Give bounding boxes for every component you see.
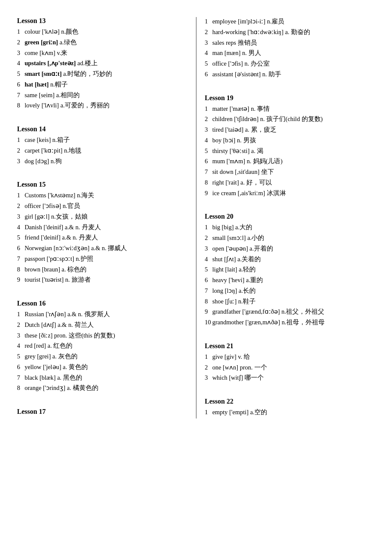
vocab-word: orange xyxy=(25,384,41,391)
vocab-word: colour xyxy=(25,28,40,35)
vocab-word: passport xyxy=(25,255,45,262)
vocab-word: carpet xyxy=(25,147,40,154)
vocab-word: shut xyxy=(212,256,222,263)
vocab-num: 4 xyxy=(17,223,23,232)
vocab-item: 8 shoe [ʃuː] n.鞋子 xyxy=(205,297,375,306)
vocab-phonetic: ['kɑːpit] xyxy=(41,147,63,154)
vocab-num: 2 xyxy=(17,146,23,156)
vocab-phonetic: [griːn] xyxy=(41,39,58,46)
vocab-word: matter xyxy=(212,105,228,112)
vocab-phonetic: [keis] xyxy=(37,136,51,143)
vocab-phonetic: ['deinif] xyxy=(41,234,61,241)
vocab-num: 6 xyxy=(17,80,23,89)
vocab-meaning: v.来 xyxy=(57,49,67,56)
vocab-word: Dutch xyxy=(25,321,40,328)
vocab-word: hat xyxy=(25,81,33,88)
vocab-meaning: n.帽子 xyxy=(50,81,68,88)
vocab-word: grey xyxy=(25,353,36,360)
right-column: 1 employee [im'plɔi-iː] n.雇员2 hard-worki… xyxy=(196,17,380,418)
vocab-item: 2 one [wʌn] pron. 一个 xyxy=(205,363,375,372)
vocab-meaning: n.雇员 xyxy=(267,18,285,25)
vocab-item: 6 yellow ['jeləu] a. 黄色的 xyxy=(17,363,187,372)
vocab-meaning: a.关着的 xyxy=(237,256,261,263)
vocab-word: dog xyxy=(25,158,34,164)
vocab-word: Norwegian xyxy=(25,245,52,251)
vocab-word: hard-working xyxy=(212,29,246,35)
vocab-item: 7 long [lɔŋ] a.长的 xyxy=(205,286,375,296)
vocab-phonetic: [ə'sistənt] xyxy=(235,71,261,78)
vocab-item: 7 same [seim] a.相同的 xyxy=(17,91,187,100)
vocab-meaning: a. 好，可以 xyxy=(240,179,272,186)
vocab-phonetic: ['ɔfis] xyxy=(228,60,243,67)
vocab-word: same xyxy=(25,92,37,98)
vocab-item: 3 sales reps 推销员 xyxy=(205,38,375,48)
vocab-num: 4 xyxy=(17,341,23,351)
vocab-meaning: a. 灰色的 xyxy=(52,353,78,360)
vocab-meaning: n. 事情 xyxy=(251,105,270,112)
vocab-word: grandfather xyxy=(212,308,241,315)
vocab-item: 3 come [kʌm] v.来 xyxy=(17,49,187,58)
vocab-word: black xyxy=(25,374,38,381)
vocab-num: 2 xyxy=(205,234,211,243)
vocab-num: 7 xyxy=(17,254,23,264)
vocab-meaning: n.护照 xyxy=(76,255,93,262)
vocab-word: tired xyxy=(212,126,224,133)
vocab-num: 3 xyxy=(205,38,211,48)
vocab-word: shoe xyxy=(212,298,224,305)
vocab-phonetic: ['græn,mʌðə] xyxy=(245,319,280,326)
vocab-item: 8 lovely ['lʌvli] a.可爱的，秀丽的 xyxy=(17,101,187,110)
vocab-num: 3 xyxy=(205,244,211,254)
vocab-num: 7 xyxy=(205,286,211,296)
vocab-num: 6 xyxy=(205,157,211,166)
vocab-num: 5 xyxy=(17,69,23,79)
vocab-num: 1 xyxy=(17,136,23,145)
vocab-num: 1 xyxy=(205,408,211,417)
vocab-meaning: a.& n. 俄罗斯人 xyxy=(67,311,110,317)
vocab-item: 6 assistant [ə'sistənt] n. 助手 xyxy=(205,70,375,79)
vocab-num: 6 xyxy=(17,244,23,253)
vocab-word: open xyxy=(212,245,224,252)
vocab-phonetic: ['mʌm] xyxy=(227,158,245,164)
vocab-item: 9 ice cream [,ais'kriːm] 冰淇淋 xyxy=(205,189,375,198)
vocab-phonetic: [giv] xyxy=(225,353,236,360)
vocab-phonetic: ['pɑːspɔːt] xyxy=(47,255,74,262)
vocab-item: 6 hat [hæt] n.帽子 xyxy=(17,80,187,89)
vocab-item: 7 sit down [,sit'daun] 坐下 xyxy=(205,167,375,177)
vocab-item: 6 mum ['mʌm] n. 妈妈(儿语) xyxy=(205,157,375,166)
vocab-num: 2 xyxy=(205,28,211,37)
vocab-phonetic: [seim] xyxy=(39,92,55,98)
vocab-item: 5 friend ['deinif] a.& n. 丹麦人 xyxy=(17,233,187,242)
vocab-meaning: n.箱子 xyxy=(52,136,70,143)
vocab-word: mum xyxy=(212,158,225,164)
vocab-num: 6 xyxy=(205,70,211,79)
vocab-word: case xyxy=(25,136,35,143)
vocab-item: 1 empty ['empti] a.空的 xyxy=(205,408,375,417)
vocab-phonetic: [dɔg] xyxy=(35,158,49,164)
vocab-num: 3 xyxy=(205,125,211,135)
vocab-meaning: n.海关 xyxy=(77,192,95,199)
vocab-item: 1 employee [im'plɔi-iː] n.雇员 xyxy=(205,17,375,26)
vocab-meaning: pron. 这些(this 的复数) xyxy=(54,332,115,339)
lesson-title: Lesson 13 xyxy=(17,17,187,25)
lesson-title: Lesson 22 xyxy=(205,398,375,405)
vocab-word: man xyxy=(212,49,223,56)
vocab-phonetic: ['hevi] xyxy=(228,277,244,283)
vocab-word: smart xyxy=(25,70,40,77)
vocab-item: 3 tired ['taiəd] a. 累，疲乏 xyxy=(205,125,375,135)
vocab-phonetic: ['grænd,fɑːðə] xyxy=(242,308,280,315)
vocab-meaning: n.祖母，外祖母 xyxy=(282,319,325,326)
vocab-phonetic: [dʌtʃ] xyxy=(41,321,56,328)
vocab-phonetic: ['hɑːdwəːkiŋ] xyxy=(248,29,284,35)
vocab-item: 2 hard-working ['hɑːdwəːkiŋ] a. 勤奋的 xyxy=(205,28,375,37)
vocab-phonetic: ['jeləu] xyxy=(43,364,61,370)
lesson-title: Lesson 19 xyxy=(205,94,375,102)
vocab-meaning: a. 红色的 xyxy=(48,342,73,349)
vocab-word: officer xyxy=(25,202,41,209)
vocab-word: light xyxy=(212,266,224,273)
vocab-phonetic: [hæt] xyxy=(35,81,49,88)
vocab-meaning: n.地毯 xyxy=(64,147,81,154)
vocab-item: 7 black [blæk] a. 黑色的 xyxy=(17,373,187,383)
vocab-meaning: 冰淇淋 xyxy=(267,190,286,196)
vocab-num: 1 xyxy=(205,223,211,232)
vocab-word: Customs xyxy=(25,192,46,199)
